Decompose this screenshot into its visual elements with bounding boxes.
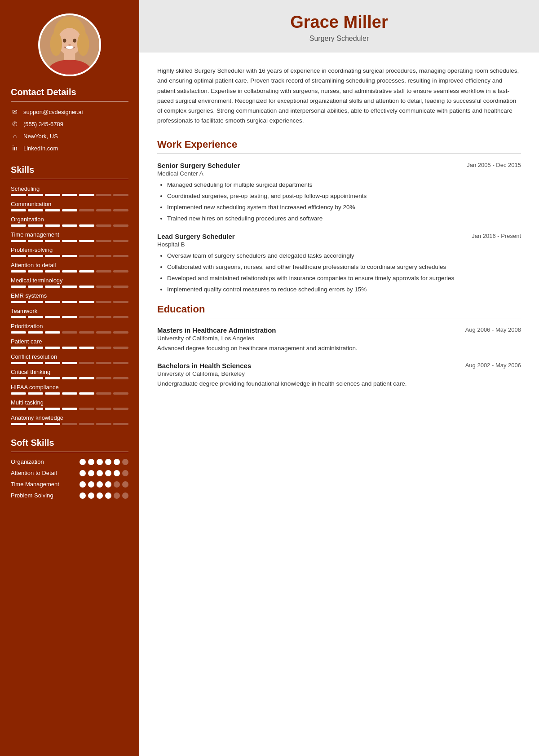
skill-bar	[11, 286, 128, 288]
candidate-title: Surgery Scheduler	[157, 35, 521, 43]
skill-dot	[105, 481, 111, 488]
work-experience-list: Senior Surgery Scheduler Jan 2005 - Dec …	[157, 162, 521, 294]
main-content: Grace Miller Surgery Scheduler Highly sk…	[139, 0, 539, 756]
soft-skills-divider	[11, 452, 128, 452]
work-item: Senior Surgery Scheduler Jan 2005 - Dec …	[157, 162, 521, 224]
avatar-image	[40, 13, 99, 76]
skill-bar	[11, 270, 128, 273]
skill-dot	[80, 470, 86, 476]
skill-bar	[11, 255, 128, 257]
skill-dot	[97, 470, 103, 476]
skill-label: Critical thinking	[11, 369, 128, 375]
skill-label: Teamwork	[11, 308, 128, 314]
skill-dot	[122, 459, 128, 465]
edu-description: Undergraduate degree providing foundatio…	[157, 379, 521, 388]
skill-dot	[80, 481, 86, 488]
skill-dot	[97, 492, 103, 499]
skill-bar	[11, 362, 128, 364]
edu-header: Bachelors in Health Sciences Aug 2002 - …	[157, 362, 521, 369]
soft-skill-item: Problem Solving	[11, 492, 128, 499]
bullet-item: Implemented quality control measures to …	[167, 285, 521, 294]
skill-item: Medical terminology	[11, 277, 128, 288]
soft-skill-label: Organization	[11, 458, 69, 465]
soft-skill-item: Attention to Detail	[11, 470, 128, 476]
candidate-name: Grace Miller	[157, 13, 521, 32]
soft-skill-item: Time Management	[11, 481, 128, 488]
soft-skill-label: Time Management	[11, 481, 69, 488]
skill-item: Organization	[11, 216, 128, 227]
skill-item: Scheduling	[11, 185, 128, 196]
job-dates: Jan 2005 - Dec 2015	[467, 162, 521, 168]
skill-label: Time management	[11, 231, 128, 238]
skill-bar	[11, 377, 128, 379]
skill-bar	[11, 316, 128, 318]
skill-dot	[97, 459, 103, 465]
skill-bar	[11, 331, 128, 334]
skill-bar	[11, 194, 128, 196]
skill-dot	[114, 470, 120, 476]
content-area: Highly skilled Surgery Scheduler with 16…	[139, 53, 539, 411]
bullet-item: Trained new hires on scheduling procedur…	[167, 214, 521, 223]
svg-point-3	[50, 32, 62, 56]
work-experience-title: Work Experience	[157, 139, 521, 150]
skill-bar	[11, 301, 128, 303]
bullet-item: Developed and maintained relationships w…	[167, 274, 521, 283]
email-icon: ✉	[11, 108, 19, 116]
edu-dates: Aug 2002 - May 2006	[465, 362, 521, 369]
dots-container	[80, 470, 128, 476]
skill-bar	[11, 423, 128, 425]
education-title: Education	[157, 303, 521, 315]
soft-skills-list: Organization Attention to Detail Time Ma…	[11, 458, 128, 499]
edu-dates: Aug 2006 - May 2008	[465, 326, 521, 333]
contact-list: ✉ support@cvdesigner.ai ✆ (555) 345-6789…	[11, 108, 128, 152]
skill-dot	[88, 481, 94, 488]
skill-label: EMR systems	[11, 292, 128, 299]
contact-divider	[11, 101, 128, 101]
skill-dot	[114, 459, 120, 465]
contact-text: support@cvdesigner.ai	[23, 109, 83, 115]
contact-text: NewYork, US	[23, 133, 58, 140]
skill-dot	[105, 492, 111, 499]
edu-degree: Bachelors in Health Sciences	[157, 362, 251, 369]
skill-dot	[114, 481, 120, 488]
education-item: Bachelors in Health Sciences Aug 2002 - …	[157, 362, 521, 388]
skill-dot	[80, 459, 86, 465]
skill-item: Anatomy knowledge	[11, 414, 128, 425]
avatar-wrapper	[11, 13, 128, 76]
skill-dot	[88, 459, 94, 465]
soft-skill-label: Problem Solving	[11, 492, 69, 499]
dots-container	[80, 481, 128, 488]
skill-item: Time management	[11, 231, 128, 242]
skill-item: Multi-tasking	[11, 399, 128, 410]
job-title: Lead Surgery Scheduler	[157, 233, 235, 240]
skill-label: Scheduling	[11, 185, 128, 192]
contact-item: in LinkedIn.com	[11, 144, 128, 152]
contact-item: ⌂ NewYork, US	[11, 132, 128, 140]
skill-bar	[11, 224, 128, 227]
skill-item: Patient care	[11, 338, 128, 349]
dots-container	[80, 492, 128, 499]
skill-label: Attention to detail	[11, 262, 128, 268]
soft-skills-section-title: Soft Skills	[11, 438, 128, 448]
skill-item: Problem-solving	[11, 246, 128, 257]
contact-item: ✉ support@cvdesigner.ai	[11, 108, 128, 116]
skill-dot	[88, 470, 94, 476]
education-list: Masters in Healthcare Administration Aug…	[157, 326, 521, 389]
skill-dot	[105, 470, 111, 476]
skill-item: Teamwork	[11, 308, 128, 318]
job-header: Lead Surgery Scheduler Jan 2016 - Presen…	[157, 233, 521, 240]
skill-item: Communication	[11, 201, 128, 211]
job-company: Medical Center A	[157, 170, 521, 177]
header-section: Grace Miller Surgery Scheduler	[139, 0, 539, 53]
edu-description: Advanced degree focusing on healthcare m…	[157, 344, 521, 353]
skill-dot	[122, 481, 128, 488]
job-company: Hospital B	[157, 241, 521, 248]
sidebar: Contact Details ✉ support@cvdesigner.ai …	[0, 0, 139, 756]
skill-label: Communication	[11, 201, 128, 207]
education-item: Masters in Healthcare Administration Aug…	[157, 326, 521, 353]
dots-container	[80, 459, 128, 465]
skill-dot	[122, 470, 128, 476]
location-icon: ⌂	[11, 132, 19, 140]
skill-item: Critical thinking	[11, 369, 128, 379]
skill-label: Organization	[11, 216, 128, 223]
